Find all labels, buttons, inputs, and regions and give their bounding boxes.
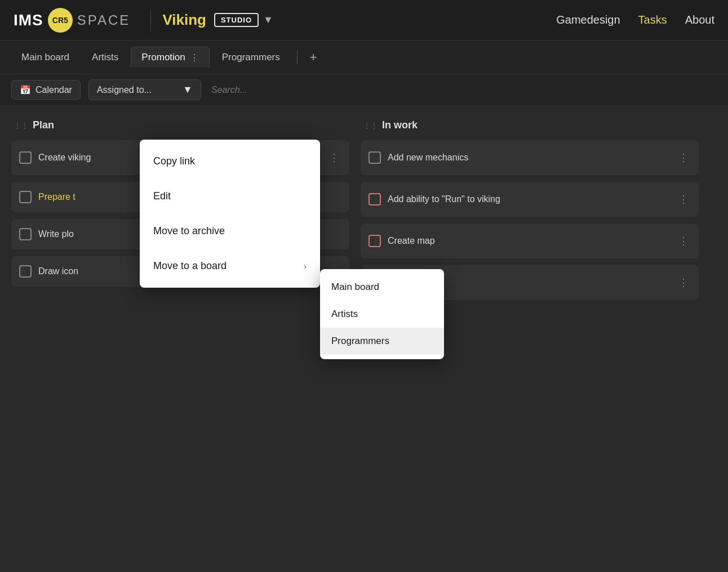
tab-promotion-more-icon[interactable]: ⋮	[190, 52, 199, 63]
tab-separator	[297, 51, 298, 64]
context-menu-edit[interactable]: Edit	[140, 181, 320, 211]
nav-links: Gamedesign Tasks About	[556, 14, 714, 26]
logo-ims: IMS	[14, 11, 43, 29]
tab-main-board-label: Main board	[21, 52, 69, 63]
tab-artists[interactable]: Artists	[82, 47, 128, 68]
context-menu-sep-3	[140, 248, 320, 249]
card-add-run-label: Add ability to "Run" to viking	[388, 194, 669, 204]
plan-column-header: ⋮⋮ Plan	[11, 119, 349, 131]
card-add-mechanics-menu[interactable]: ⋮	[676, 149, 691, 166]
tabs-bar: Main board Artists Promotion ⋮ Programme…	[0, 41, 728, 74]
card-add-mechanics: Add new mechanics ⋮	[361, 140, 699, 175]
card-create-map: Create map ⋮	[361, 224, 699, 258]
logo-cr5: CR5	[48, 8, 73, 33]
tab-add-button[interactable]: +	[304, 48, 323, 67]
calendar-icon: 📅	[20, 84, 31, 95]
card-create-map-menu[interactable]: ⋮	[676, 233, 691, 249]
plan-drag-handle: ⋮⋮	[14, 121, 28, 130]
card-add-run-checkbox[interactable]	[369, 193, 381, 205]
studio-badge[interactable]: STUDIO	[214, 13, 259, 27]
project-dropdown-icon[interactable]: ▼	[263, 14, 273, 26]
plan-column: ⋮⋮ Plan Create viking ⋮ Prepare t Write …	[11, 119, 349, 307]
card-add-mechanics-checkbox[interactable]	[369, 151, 381, 164]
context-menu-sep-1	[140, 178, 320, 179]
submenu-artists[interactable]: Artists	[320, 301, 444, 328]
plan-column-title: Plan	[33, 119, 54, 131]
context-menu: Copy link Edit Move to archive Move to a…	[140, 140, 320, 288]
submenu: Main board Artists Programmers	[320, 269, 444, 359]
card-create-map-label: Create map	[388, 236, 669, 246]
logo-space: SPACE	[77, 12, 131, 28]
card-create-viking-menu[interactable]: ⋮	[327, 149, 341, 166]
assigned-dropdown-arrow: ▼	[183, 84, 193, 96]
top-nav: IMS CR5 SPACE Viking STUDIO ▼ Gamedesign…	[0, 0, 728, 41]
submenu-main-board[interactable]: Main board	[320, 274, 444, 301]
logo-area: IMS CR5 SPACE	[14, 8, 130, 33]
card-draw-icon-checkbox[interactable]	[19, 265, 32, 278]
in-work-drag-handle: ⋮⋮	[363, 121, 378, 130]
card-create-viking-checkbox[interactable]	[19, 151, 32, 164]
card-prepare-checkbox[interactable]	[19, 191, 32, 203]
card-add-run-menu[interactable]: ⋮	[676, 191, 691, 208]
in-work-column-title: In work	[382, 119, 418, 131]
tab-programmers[interactable]: Programmers	[212, 47, 290, 68]
nav-divider-1	[150, 9, 151, 32]
context-menu-move-archive[interactable]: Move to archive	[140, 216, 320, 246]
calendar-label: Calendar	[35, 85, 72, 95]
tab-main-board[interactable]: Main board	[11, 47, 79, 68]
project-name[interactable]: Viking	[162, 11, 206, 29]
context-menu-sep-2	[140, 213, 320, 214]
nav-link-about[interactable]: About	[685, 14, 714, 26]
assigned-dropdown[interactable]: Assigned to... ▼	[88, 79, 201, 100]
search-input[interactable]	[209, 81, 356, 99]
main-content: ⋮⋮ Plan Create viking ⋮ Prepare t Write …	[0, 106, 728, 320]
tab-artists-label: Artists	[92, 52, 118, 63]
card-add-run: Add ability to "Run" to viking ⋮	[361, 182, 699, 217]
context-menu-copy-link[interactable]: Copy link	[140, 146, 320, 176]
card-add-mechanics-label: Add new mechanics	[388, 153, 669, 163]
tab-programmers-label: Programmers	[222, 52, 280, 63]
tab-promotion[interactable]: Promotion ⋮	[131, 47, 209, 68]
assigned-label: Assigned to...	[97, 85, 152, 95]
move-board-chevron-icon: ›	[304, 262, 307, 271]
in-work-column-header: ⋮⋮ In work	[361, 119, 699, 131]
calendar-button[interactable]: 📅 Calendar	[11, 80, 81, 100]
card-write-plot-checkbox[interactable]	[19, 228, 32, 240]
submenu-programmers[interactable]: Programmers	[320, 328, 444, 355]
context-menu-move-board[interactable]: Move to a board ›	[140, 251, 320, 281]
toolbar: 📅 Calendar Assigned to... ▼	[0, 74, 728, 106]
card-create-map-checkbox[interactable]	[369, 235, 381, 247]
tab-promotion-label: Promotion	[141, 52, 185, 63]
card-system-menu[interactable]: ⋮	[676, 274, 691, 291]
nav-link-gamedesign[interactable]: Gamedesign	[556, 14, 620, 26]
nav-link-tasks[interactable]: Tasks	[638, 14, 667, 26]
